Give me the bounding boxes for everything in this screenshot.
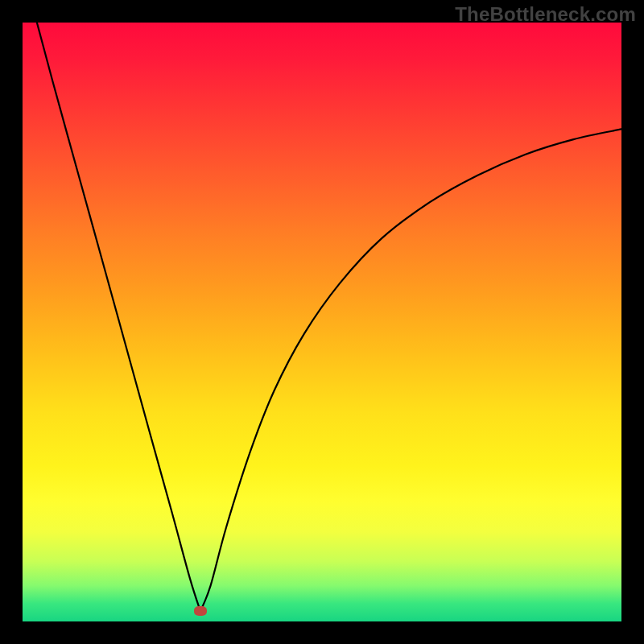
plot-area — [23, 23, 621, 621]
optimal-marker — [194, 606, 207, 616]
bottleneck-curve — [23, 23, 621, 621]
chart-frame: TheBottleneck.com — [0, 0, 644, 644]
watermark-text: TheBottleneck.com — [455, 3, 636, 26]
